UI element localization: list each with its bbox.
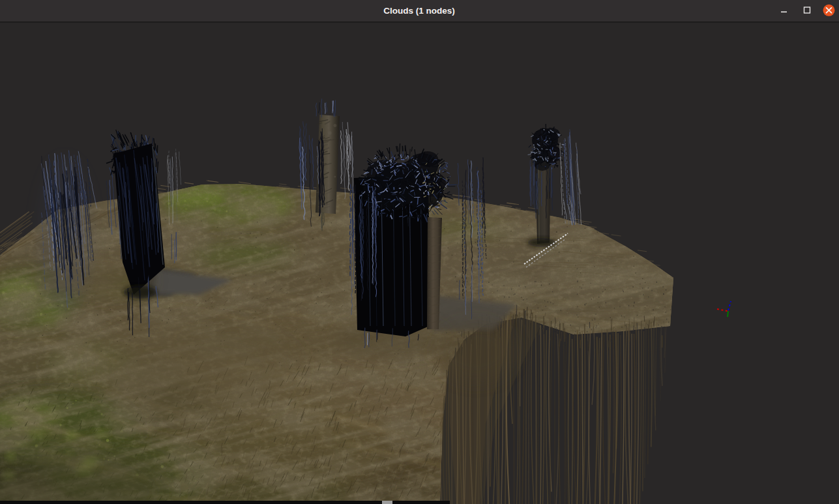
svg-text:Clouds (1 nodes): Clouds (1 nodes)	[383, 6, 455, 16]
